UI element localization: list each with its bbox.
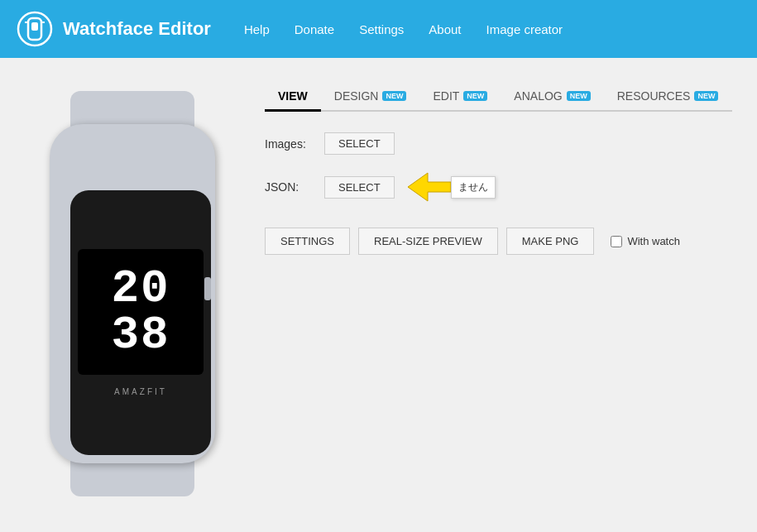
app-header: Watchface Editor Help Donate Settings Ab… [0, 0, 757, 58]
logo-area: Watchface Editor [17, 11, 211, 47]
watch-screen-outer: 20 38 AMAZFIT [70, 190, 211, 455]
action-buttons-row: SETTINGS REAL-SIZE PREVIEW MAKE PNG With… [265, 228, 732, 255]
tab-resources-badge: NEW [694, 91, 718, 101]
tab-view[interactable]: VIEW [265, 83, 321, 112]
nav-settings[interactable]: Settings [359, 22, 404, 36]
make-png-button[interactable]: MAKE PNG [506, 228, 595, 255]
tab-design-badge: NEW [382, 91, 406, 101]
right-panel: VIEW DESIGN NEW EDIT NEW ANALOG NEW RESO… [265, 74, 732, 515]
watch-time-display: 20 38 [111, 266, 170, 358]
tooltip-area: ません [408, 171, 496, 203]
nav-about[interactable]: About [429, 22, 461, 36]
watch-screen: 20 38 [78, 249, 204, 375]
with-watch-label[interactable]: With watch [627, 235, 680, 247]
real-size-preview-button[interactable]: REAL-SIZE PREVIEW [358, 228, 498, 255]
json-label: JSON: [265, 180, 314, 194]
settings-button[interactable]: SETTINGS [265, 228, 350, 255]
watch-body: 20 38 AMAZFIT [50, 124, 215, 463]
tab-analog-badge: NEW [567, 91, 591, 101]
nav-donate[interactable]: Donate [295, 22, 334, 36]
json-select-button[interactable]: SELECT [324, 176, 395, 199]
nav-image-creator[interactable]: Image creator [486, 22, 563, 36]
app-title: Watchface Editor [63, 18, 211, 40]
images-row: Images: SELECT [265, 132, 732, 155]
tab-edit[interactable]: EDIT NEW [419, 83, 501, 112]
nav-help[interactable]: Help [244, 22, 270, 36]
main-content: 20 38 AMAZFIT VIEW DESIGN NEW EDIT [0, 58, 757, 532]
watch-container: 20 38 AMAZFIT [41, 91, 223, 496]
nav-links: Help Donate Settings About Image creator [244, 22, 563, 36]
svg-marker-5 [408, 173, 451, 201]
app-logo-icon [17, 11, 53, 47]
tab-design[interactable]: DESIGN NEW [321, 83, 420, 112]
tab-resources[interactable]: RESOURCES NEW [604, 83, 732, 112]
tooltip-box: ません [451, 176, 496, 199]
tab-analog[interactable]: ANALOG NEW [501, 83, 603, 112]
json-row: JSON: SELECT ません [265, 171, 732, 203]
images-select-button[interactable]: SELECT [324, 132, 395, 155]
tabs-bar: VIEW DESIGN NEW EDIT NEW ANALOG NEW RESO… [265, 83, 732, 112]
images-label: Images: [265, 137, 314, 151]
with-watch-checkbox-area: With watch [611, 235, 680, 247]
watch-preview-area: 20 38 AMAZFIT [25, 74, 240, 515]
watch-brand: AMAZFIT [114, 387, 167, 396]
arrow-left-icon [408, 171, 451, 203]
tab-edit-badge: NEW [463, 91, 487, 101]
watch-crown [204, 277, 211, 300]
with-watch-checkbox[interactable] [611, 236, 622, 247]
svg-rect-2 [31, 22, 38, 31]
